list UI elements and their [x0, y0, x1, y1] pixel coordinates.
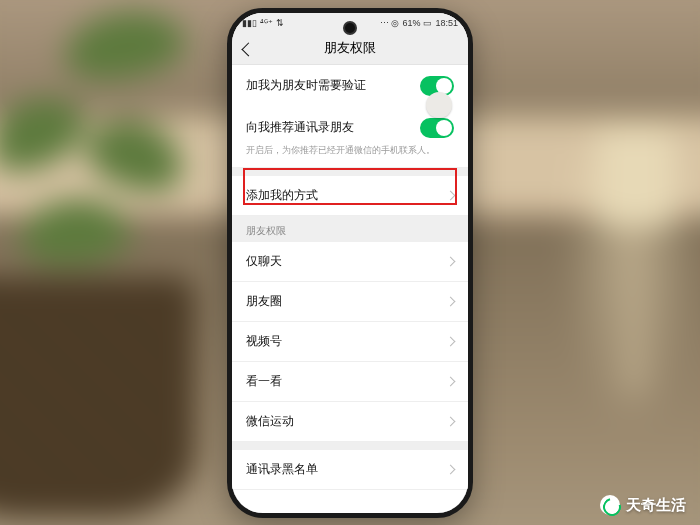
chevron-right-icon — [446, 190, 456, 200]
toggle-halo-decor — [426, 92, 452, 118]
row-add-way-label: 添加我的方式 — [246, 187, 318, 204]
chevron-right-icon — [446, 464, 456, 474]
row-werun-label: 微信运动 — [246, 413, 294, 430]
row-chat-only-label: 仅聊天 — [246, 253, 282, 270]
row-add-way[interactable]: 添加我的方式 — [232, 176, 468, 216]
back-icon[interactable] — [241, 42, 255, 56]
row-topstories[interactable]: 看一看 — [232, 362, 468, 402]
clock: 18:51 — [435, 18, 458, 28]
row-moments[interactable]: 朋友圈 — [232, 282, 468, 322]
signal-icon: ▮▮▯ — [242, 18, 257, 28]
chevron-right-icon — [446, 256, 456, 266]
battery-pct: 61% — [402, 18, 420, 28]
screen: ▮▮▯ ⁴ᴳ⁺ ⇅ ⋯ ◎ 61% ▭ 18:51 朋友权限 加我为朋友时需要验… — [232, 13, 468, 513]
row-topstories-label: 看一看 — [246, 373, 282, 390]
row-channels[interactable]: 视频号 — [232, 322, 468, 362]
phone-frame: ▮▮▯ ⁴ᴳ⁺ ⇅ ⋯ ◎ 61% ▭ 18:51 朋友权限 加我为朋友时需要验… — [227, 8, 473, 518]
row-verify-label: 加我为朋友时需要验证 — [246, 77, 366, 94]
watermark-icon — [600, 495, 620, 515]
watermark: 天奇生活 — [600, 495, 686, 515]
row-recommend-desc: 开启后，为你推荐已经开通微信的手机联系人。 — [232, 142, 468, 168]
battery-icon: ▭ — [423, 18, 432, 28]
nav-bar: 朋友权限 — [232, 33, 468, 65]
row-chat-only[interactable]: 仅聊天 — [232, 242, 468, 282]
row-channels-label: 视频号 — [246, 333, 282, 350]
watermark-text: 天奇生活 — [626, 496, 686, 515]
row-werun[interactable]: 微信运动 — [232, 402, 468, 442]
chevron-right-icon — [446, 296, 456, 306]
section-gap — [232, 168, 468, 176]
toggle-recommend[interactable] — [420, 118, 454, 138]
page-title: 朋友权限 — [324, 39, 376, 57]
chevron-right-icon — [446, 336, 456, 346]
row-moments-label: 朋友圈 — [246, 293, 282, 310]
data-icon: ⇅ — [276, 18, 284, 28]
row-recommend-label: 向我推荐通讯录朋友 — [246, 119, 354, 136]
network-icon: ⁴ᴳ⁺ — [260, 18, 273, 28]
settings-list: 加我为朋友时需要验证 向我推荐通讯录朋友 开启后，为你推荐已经开通微信的手机联系… — [232, 65, 468, 490]
chevron-right-icon — [446, 416, 456, 426]
section-header-perm: 朋友权限 — [232, 216, 468, 242]
row-blacklist[interactable]: 通讯录黑名单 — [232, 450, 468, 490]
status-bar: ▮▮▯ ⁴ᴳ⁺ ⇅ ⋯ ◎ 61% ▭ 18:51 — [232, 13, 468, 33]
chevron-right-icon — [446, 376, 456, 386]
sys-icons: ⋯ ◎ — [380, 18, 400, 28]
row-blacklist-label: 通讯录黑名单 — [246, 461, 318, 478]
section-gap — [232, 442, 468, 450]
